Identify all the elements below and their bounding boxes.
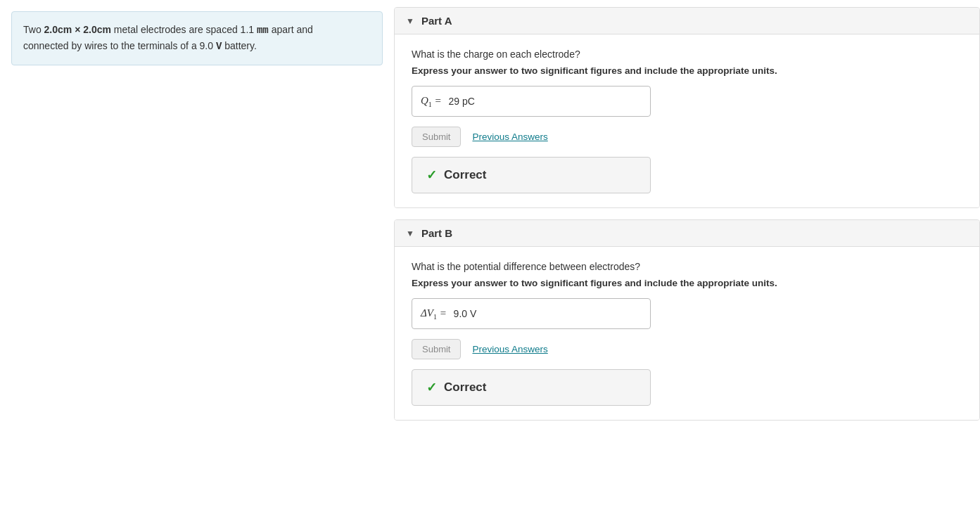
part-a-checkmark-icon: ✓ bbox=[426, 167, 437, 183]
part-a-chevron-icon: ▼ bbox=[406, 16, 414, 26]
part-b-submit-button[interactable]: Submit bbox=[412, 339, 461, 359]
times-operator: × bbox=[75, 24, 80, 35]
part-b-section: ▼ Part B What is the potential differenc… bbox=[394, 219, 980, 421]
part-a-body: What is the charge on each electrode? Ex… bbox=[395, 34, 979, 207]
part-b-checkmark-icon: ✓ bbox=[426, 380, 437, 395]
part-b-submit-row: Submit Previous Answers bbox=[412, 339, 962, 359]
part-b-correct-badge: ✓ Correct bbox=[412, 369, 651, 406]
problem-statement: Two 2.0cm × 2.0cm metal electrodes are s… bbox=[11, 11, 383, 65]
part-a-answer-row: Q1 = 29 pC bbox=[412, 86, 962, 117]
dimension-2: 2.0cm bbox=[83, 24, 111, 35]
part-a-submit-row: Submit Previous Answers bbox=[412, 127, 962, 147]
part-a-instruction: Express your answer to two significant f… bbox=[412, 65, 962, 76]
problem-mid-text: metal electrodes are spaced 1.1 bbox=[114, 24, 257, 35]
part-a-answer-value: 29 pC bbox=[448, 96, 474, 107]
unit-V: V bbox=[216, 41, 222, 52]
part-a-correct-label: Correct bbox=[444, 168, 486, 182]
left-panel: Two 2.0cm × 2.0cm metal electrodes are s… bbox=[0, 0, 394, 519]
problem-final-text: battery. bbox=[224, 40, 257, 51]
part-b-answer-value: 9.0 V bbox=[454, 308, 477, 319]
unit-mm: mm bbox=[257, 25, 269, 36]
part-a-correct-badge: ✓ Correct bbox=[412, 157, 651, 193]
part-a-formula-label: Q1 = bbox=[421, 95, 444, 108]
part-b-answer-row: ΔV1 = 9.0 V bbox=[412, 298, 962, 329]
part-b-instruction: Express your answer to two significant f… bbox=[412, 278, 962, 288]
right-panel: ▼ Part A What is the charge on each elec… bbox=[394, 0, 980, 519]
part-a-header[interactable]: ▼ Part A bbox=[395, 8, 979, 34]
part-a-title: Part A bbox=[421, 15, 452, 27]
part-b-title: Part B bbox=[421, 227, 452, 239]
dimension-1: 2.0cm bbox=[44, 24, 72, 35]
part-b-question: What is the potential difference between… bbox=[412, 261, 962, 272]
part-b-correct-label: Correct bbox=[444, 380, 486, 395]
part-a-question: What is the charge on each electrode? bbox=[412, 49, 962, 60]
part-a-section: ▼ Part A What is the charge on each elec… bbox=[394, 7, 980, 208]
part-b-header[interactable]: ▼ Part B bbox=[395, 220, 979, 247]
part-b-formula-label: ΔV1 = bbox=[421, 307, 450, 321]
part-b-chevron-icon: ▼ bbox=[406, 229, 414, 238]
part-b-answer-field[interactable]: ΔV1 = 9.0 V bbox=[412, 298, 651, 329]
problem-text-intro: Two bbox=[23, 24, 42, 35]
part-b-body: What is the potential difference between… bbox=[395, 247, 979, 420]
part-a-previous-answers-link[interactable]: Previous Answers bbox=[472, 132, 547, 142]
part-a-answer-field[interactable]: Q1 = 29 pC bbox=[412, 86, 651, 117]
part-b-previous-answers-link[interactable]: Previous Answers bbox=[472, 344, 547, 354]
part-a-submit-button[interactable]: Submit bbox=[412, 127, 461, 147]
